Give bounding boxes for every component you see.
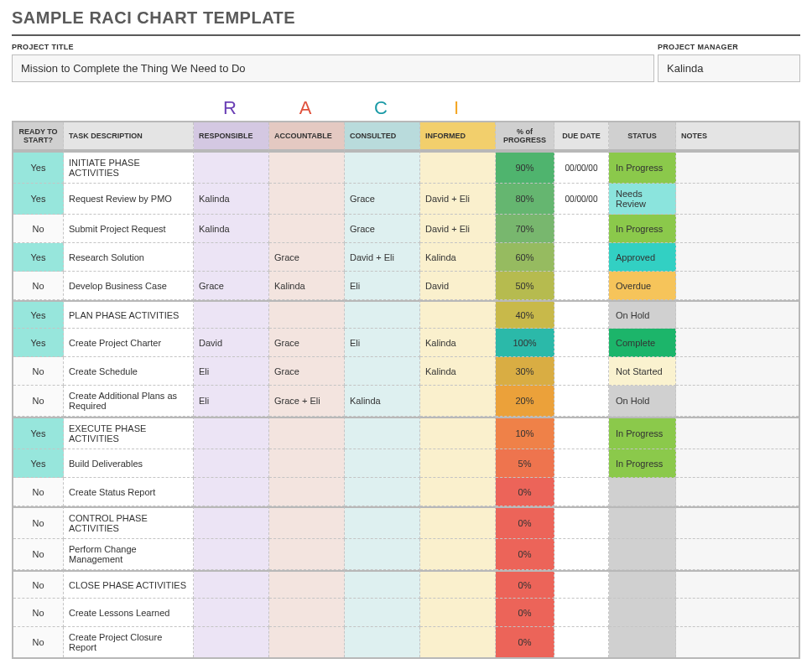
cell-task[interactable]: Submit Project Request [64,215,194,243]
cell-notes[interactable] [676,627,799,657]
cell-responsible[interactable]: Kalinda [194,215,269,243]
cell-accountable[interactable] [269,184,345,215]
cell-status[interactable]: On Hold [609,300,676,329]
cell-ready[interactable]: No [13,386,64,417]
cell-consulted[interactable] [345,417,420,449]
cell-status[interactable] [609,570,676,599]
cell-responsible[interactable] [194,449,269,478]
cell-ready[interactable]: No [13,570,64,599]
cell-responsible[interactable]: Eli [194,386,269,417]
cell-progress[interactable]: 100% [496,329,554,357]
cell-informed[interactable]: Kalinda [420,357,496,386]
cell-status[interactable]: On Hold [609,386,676,417]
cell-ready[interactable]: No [13,357,64,386]
cell-informed[interactable] [420,506,496,539]
cell-progress[interactable]: 60% [496,243,554,272]
cell-consulted[interactable] [345,300,420,329]
cell-informed[interactable] [420,386,496,417]
cell-informed[interactable] [420,151,496,184]
cell-task[interactable]: Develop Business Case [64,272,194,300]
cell-responsible[interactable] [194,506,269,539]
cell-accountable[interactable]: Grace [269,329,345,357]
cell-accountable[interactable] [269,627,345,657]
cell-task[interactable]: Create Additional Plans as Required [64,386,194,417]
cell-responsible[interactable] [194,478,269,506]
cell-consulted[interactable]: Grace [345,215,420,243]
cell-progress[interactable]: 0% [496,570,554,599]
cell-accountable[interactable] [269,151,345,184]
cell-ready[interactable]: Yes [13,449,64,478]
cell-status[interactable] [609,599,676,627]
cell-ready[interactable]: Yes [13,151,64,184]
cell-notes[interactable] [676,570,799,599]
cell-consulted[interactable] [345,599,420,627]
cell-progress[interactable]: 50% [496,272,554,300]
cell-responsible[interactable] [194,599,269,627]
cell-informed[interactable]: Kalinda [420,329,496,357]
cell-progress[interactable]: 20% [496,386,554,417]
cell-due[interactable] [554,539,609,570]
cell-status[interactable] [609,478,676,506]
cell-progress[interactable]: 90% [496,151,554,184]
cell-status[interactable]: In Progress [609,449,676,478]
cell-due[interactable] [554,386,609,417]
cell-task[interactable]: Create Status Report [64,478,194,506]
cell-notes[interactable] [676,449,799,478]
cell-accountable[interactable] [269,478,345,506]
cell-responsible[interactable] [194,151,269,184]
cell-accountable[interactable]: Grace [269,243,345,272]
cell-task[interactable]: Request Review by PMO [64,184,194,215]
cell-due[interactable]: 00/00/00 [554,151,609,184]
cell-informed[interactable]: Kalinda [420,243,496,272]
cell-informed[interactable] [420,539,496,570]
cell-due[interactable] [554,300,609,329]
cell-ready[interactable]: Yes [13,417,64,449]
cell-consulted[interactable]: David + Eli [345,243,420,272]
cell-accountable[interactable] [269,215,345,243]
cell-responsible[interactable] [194,539,269,570]
cell-notes[interactable] [676,151,799,184]
cell-notes[interactable] [676,417,799,449]
cell-status[interactable]: In Progress [609,151,676,184]
cell-informed[interactable] [420,478,496,506]
cell-informed[interactable] [420,599,496,627]
cell-notes[interactable] [676,215,799,243]
cell-ready[interactable]: No [13,478,64,506]
cell-due[interactable] [554,570,609,599]
cell-notes[interactable] [676,272,799,300]
cell-consulted[interactable]: Eli [345,329,420,357]
cell-progress[interactable]: 0% [496,627,554,657]
cell-responsible[interactable]: Kalinda [194,184,269,215]
cell-progress[interactable]: 30% [496,357,554,386]
cell-progress[interactable]: 0% [496,599,554,627]
cell-accountable[interactable]: Grace + Eli [269,386,345,417]
cell-task[interactable]: CONTROL PHASE ACTIVITIES [64,506,194,539]
cell-accountable[interactable]: Grace [269,357,345,386]
cell-ready[interactable]: No [13,539,64,570]
cell-ready[interactable]: No [13,627,64,657]
cell-responsible[interactable]: Grace [194,272,269,300]
cell-status[interactable]: Complete [609,329,676,357]
cell-notes[interactable] [676,243,799,272]
cell-due[interactable] [554,506,609,539]
cell-consulted[interactable] [345,539,420,570]
cell-accountable[interactable] [269,539,345,570]
cell-consulted[interactable]: Grace [345,184,420,215]
cell-progress[interactable]: 0% [496,539,554,570]
cell-consulted[interactable] [345,151,420,184]
cell-ready[interactable]: No [13,599,64,627]
cell-progress[interactable]: 80% [496,184,554,215]
cell-ready[interactable]: Yes [13,329,64,357]
cell-progress[interactable]: 10% [496,417,554,449]
cell-ready[interactable]: No [13,215,64,243]
cell-responsible[interactable] [194,300,269,329]
cell-responsible[interactable] [194,243,269,272]
cell-accountable[interactable] [269,417,345,449]
cell-notes[interactable] [676,184,799,215]
cell-informed[interactable]: David + Eli [420,184,496,215]
cell-accountable[interactable] [269,300,345,329]
cell-due[interactable] [554,272,609,300]
cell-notes[interactable] [676,539,799,570]
cell-informed[interactable]: David [420,272,496,300]
cell-accountable[interactable] [269,506,345,539]
